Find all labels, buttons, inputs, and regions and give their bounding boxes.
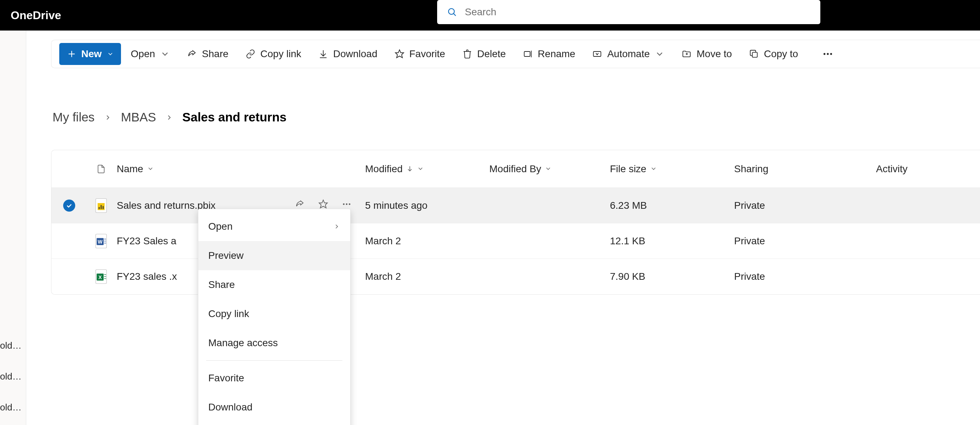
context-download[interactable]: Download — [198, 393, 350, 422]
automate-label: Automate — [607, 48, 650, 60]
context-manage-access-label: Manage access — [208, 337, 278, 349]
download-button[interactable]: Download — [311, 43, 385, 65]
check-icon — [66, 202, 73, 209]
svg-point-11 — [824, 53, 825, 55]
rail-item[interactable]: old… — [0, 340, 26, 351]
file-size: 6.23 MB — [610, 200, 647, 211]
file-sharing: Private — [734, 200, 765, 211]
chevron-down-icon — [650, 163, 657, 175]
column-activity-label: Activity — [876, 163, 908, 175]
context-share[interactable]: Share — [198, 270, 350, 299]
search-box[interactable] — [437, 0, 820, 24]
automate-button[interactable]: Automate — [585, 43, 672, 65]
file-name: FY23 sales .x — [117, 271, 177, 282]
column-modified-by[interactable]: Modified By — [488, 163, 609, 175]
star-icon — [395, 49, 404, 59]
context-menu: Open Preview Share Copy link Manage acce… — [198, 209, 350, 425]
file-icon — [97, 163, 106, 175]
context-favorite-label: Favorite — [208, 372, 244, 384]
svg-marker-6 — [395, 50, 403, 58]
share-icon — [187, 49, 197, 59]
column-file-size[interactable]: File size — [609, 163, 733, 175]
favorite-button[interactable]: Favorite — [387, 43, 452, 65]
context-preview[interactable]: Preview — [198, 241, 350, 270]
svg-marker-20 — [319, 200, 327, 208]
column-name-label: Name — [117, 163, 143, 175]
rail-item[interactable]: old… — [0, 402, 26, 413]
rail-item[interactable]: old… — [0, 371, 26, 382]
context-favorite[interactable]: Favorite — [198, 364, 350, 393]
context-divider — [206, 360, 342, 361]
chevron-down-icon — [160, 49, 170, 59]
new-label: New — [81, 48, 102, 60]
search-input[interactable] — [464, 6, 810, 18]
arrow-down-icon — [406, 163, 414, 175]
chevron-down-icon — [545, 163, 552, 175]
trash-icon — [462, 49, 472, 59]
app-title: OneDrive — [0, 9, 61, 22]
move-to-icon — [682, 49, 692, 59]
context-copy-link[interactable]: Copy link — [198, 299, 350, 328]
delete-label: Delete — [477, 48, 506, 60]
file-modified: March 2 — [365, 235, 401, 247]
move-to-button[interactable]: Move to — [675, 43, 739, 65]
delete-button[interactable]: Delete — [455, 43, 513, 65]
svg-text:W: W — [98, 239, 103, 244]
plus-icon — [67, 50, 76, 59]
file-size: 7.90 KB — [610, 271, 646, 282]
move-to-label: Move to — [697, 48, 732, 60]
row-checkbox[interactable] — [63, 200, 75, 212]
column-modified-by-label: Modified By — [489, 163, 541, 175]
column-activity[interactable]: Activity — [875, 163, 967, 175]
chevron-down-icon — [417, 163, 424, 175]
file-table: Name Modified Modified By File size Shar… — [51, 150, 980, 295]
open-label: Open — [131, 48, 156, 60]
chevron-right-icon — [333, 223, 340, 230]
column-modified-label: Modified — [365, 163, 403, 175]
copy-to-label: Copy to — [764, 48, 798, 60]
open-button[interactable]: Open — [124, 43, 177, 65]
column-file-type[interactable] — [87, 163, 115, 175]
column-sharing[interactable]: Sharing — [733, 163, 875, 175]
rename-button[interactable]: Rename — [516, 43, 582, 65]
chevron-right-icon — [104, 110, 112, 124]
favorite-label: Favorite — [409, 48, 445, 60]
table-row[interactable]: X FY23 sales .x March 2 7.90 KB Private — [51, 259, 980, 294]
svg-point-21 — [343, 203, 345, 205]
share-button[interactable]: Share — [180, 43, 235, 65]
svg-point-13 — [830, 53, 832, 55]
table-row[interactable]: Sales and returns.pbix 5 minutes ago 6.2… — [51, 188, 980, 223]
chevron-down-icon — [107, 50, 114, 58]
column-modified[interactable]: Modified — [364, 163, 488, 175]
rename-label: Rename — [538, 48, 576, 60]
new-button[interactable]: New — [59, 43, 121, 65]
copy-link-button[interactable]: Copy link — [239, 43, 308, 65]
svg-text:X: X — [99, 275, 102, 280]
copy-to-button[interactable]: Copy to — [742, 43, 805, 65]
context-open[interactable]: Open — [198, 212, 350, 241]
breadcrumb-mbas[interactable]: MBAS — [121, 110, 156, 124]
table-row[interactable]: W FY23 Sales a March 2 12.1 KB Private — [51, 223, 980, 259]
column-name[interactable]: Name — [115, 163, 364, 175]
more-commands-button[interactable] — [815, 43, 840, 65]
table-header-row: Name Modified Modified By File size Shar… — [51, 150, 980, 188]
context-open-label: Open — [208, 221, 233, 232]
breadcrumb-my-files[interactable]: My files — [52, 110, 95, 124]
more-horizontal-icon — [822, 48, 834, 60]
chevron-down-icon — [147, 163, 154, 175]
svg-rect-18 — [101, 205, 102, 209]
link-icon — [245, 49, 256, 59]
breadcrumb: My files MBAS Sales and returns — [52, 110, 287, 124]
automate-icon — [592, 49, 602, 59]
svg-rect-19 — [103, 206, 103, 209]
download-icon — [318, 49, 328, 59]
svg-rect-10 — [752, 52, 757, 57]
context-manage-access[interactable]: Manage access — [198, 328, 350, 358]
command-bar: New Open Share Copy link Download Favori… — [51, 40, 980, 68]
chevron-down-icon — [655, 49, 665, 59]
file-sharing: Private — [734, 271, 765, 282]
file-modified: March 2 — [365, 271, 401, 282]
svg-rect-7 — [524, 51, 530, 56]
svg-rect-9 — [593, 51, 601, 56]
word-file-icon: W — [95, 233, 107, 249]
